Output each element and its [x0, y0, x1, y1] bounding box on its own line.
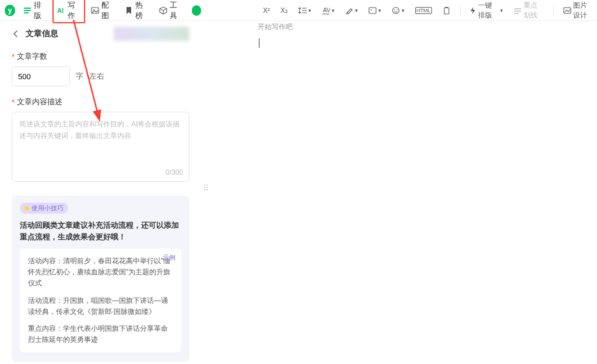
editor-area[interactable]: 开始写作吧: [210, 21, 597, 364]
line-height-button[interactable]: ▾: [295, 5, 315, 16]
layout-icon: [23, 6, 31, 15]
editor-toolbar: X² X₂ ▾ AV▾ ▾ ▾ ▾ HTML 一键排版▾ 重点划线 图片设计: [259, 0, 597, 22]
topbar: y 排版 AI 写作 配图 热榜: [0, 0, 597, 21]
tips-tag: 使用小技巧: [20, 203, 68, 214]
svg-rect-14: [514, 8, 521, 9]
description-counter: 0/300: [166, 168, 183, 176]
subscript-button[interactable]: X₂: [277, 5, 292, 16]
wordcount-input[interactable]: [12, 66, 70, 86]
sidebar: 文章信息 * 文章字数 字 左右 * 文章内容描述 简述该文章的主旨内容和写作目…: [0, 21, 201, 364]
svg-rect-15: [514, 10, 521, 12]
editor-body[interactable]: [259, 38, 597, 48]
wordcount-label: * 文章字数: [12, 51, 189, 62]
svg-rect-7: [369, 8, 376, 13]
paste-icon: [443, 6, 451, 15]
svg-rect-12: [444, 8, 449, 14]
back-icon[interactable]: [12, 30, 20, 38]
wordcount-approx: 左右: [89, 71, 104, 82]
svg-rect-0: [24, 8, 31, 9]
description-placeholder: 简述该文章的主旨内容和写作目的，AI将会根据该描述与内容关键词，最终输出文章内容: [19, 118, 182, 142]
bookmark-icon: [125, 6, 133, 15]
nav-hot[interactable]: 热榜: [120, 0, 153, 23]
resize-handle[interactable]: ⠿: [201, 181, 209, 196]
image-icon: [91, 6, 99, 15]
nav-image[interactable]: 配图: [86, 0, 119, 23]
nav-tools[interactable]: 工具: [154, 0, 187, 23]
paste-button[interactable]: [439, 5, 454, 16]
example-card: 示例 活动内容：清明前夕，春田花花高中举行以"缅怀先烈忆初心，赓续血脉志爱国"为…: [20, 249, 181, 352]
example-line: 活动内容：清明前夕，春田花花高中举行以"缅怀先烈忆初心，赓续血脉志爱国"为主题的…: [28, 256, 173, 289]
nav-label: 写作: [68, 0, 80, 21]
nav-write[interactable]: AI 写作: [52, 0, 85, 23]
html-button[interactable]: HTML: [412, 5, 436, 16]
editor-placeholder: 开始写作吧: [258, 22, 597, 32]
highlight-icon: [514, 6, 522, 15]
example-line: 重点内容：学生代表小明国旗下讲话分享革命烈士陈延年的英勇事迹: [28, 323, 173, 345]
ai-write-icon: AI: [57, 6, 65, 15]
description-textarea[interactable]: 简述该文章的主旨内容和写作目的，AI将会根据该描述与内容关键词，最终输出文章内容…: [12, 112, 189, 182]
nav-left: y 排版 AI 写作 配图 热榜: [0, 0, 201, 23]
svg-rect-2: [24, 12, 29, 13]
brush-icon: [345, 6, 353, 15]
nav-label: 热榜: [135, 0, 148, 21]
line-height-icon: [298, 6, 307, 15]
nav-label: 配图: [101, 0, 114, 21]
letter-spacing-icon: AV: [322, 6, 330, 15]
description-label: * 文章内容描述: [12, 97, 189, 107]
example-line: 活动流程：升国旗，唱国歌—国旗下讲话—诵读经典，传承文化《贺新郎·国脉微如缕》: [28, 295, 173, 317]
app-logo[interactable]: y: [5, 5, 15, 16]
svg-point-9: [393, 7, 399, 13]
oneclick-layout-button[interactable]: 一键排版▾: [466, 0, 506, 22]
image-design-button[interactable]: 图片设计: [560, 0, 597, 22]
wordcount-row: 字 左右: [12, 66, 189, 86]
svg-text:AI: AI: [57, 7, 64, 14]
svg-point-11: [396, 9, 398, 10]
design-icon: [563, 6, 571, 15]
nav-label: 工具: [170, 0, 182, 21]
svg-text:AV: AV: [323, 7, 330, 13]
letter-spacing-button[interactable]: AV▾: [318, 5, 338, 16]
example-badge[interactable]: 示例: [163, 253, 175, 262]
tips-card: 使用小技巧 活动回顾类文章建议补充活动流程，还可以添加重点流程，生成效果会更好哦…: [12, 196, 189, 362]
emoji-button[interactable]: ▾: [388, 5, 408, 16]
svg-rect-13: [445, 7, 448, 8]
svg-point-8: [371, 9, 372, 10]
nav-layout[interactable]: 排版: [19, 0, 51, 23]
insert-image-icon: [368, 6, 377, 15]
insert-image-button[interactable]: ▾: [365, 5, 385, 16]
style-brush-button[interactable]: ▾: [342, 5, 361, 16]
divider: [460, 5, 461, 16]
emoji-icon: [392, 6, 400, 15]
blurred-content: [114, 27, 189, 41]
superscript-button[interactable]: X²: [259, 5, 273, 16]
section-header: 文章信息: [12, 27, 189, 41]
status-dot[interactable]: [192, 5, 201, 16]
nav-label: 排版: [34, 0, 47, 21]
text-cursor: [259, 38, 259, 48]
lightning-icon: [469, 6, 476, 15]
page-title: 文章信息: [26, 29, 58, 39]
cube-icon: [159, 6, 167, 15]
tips-title: 活动回顾类文章建议补充活动流程，还可以添加重点流程，生成效果会更好哦！: [20, 220, 181, 243]
html-icon: HTML: [415, 7, 432, 14]
svg-rect-1: [24, 10, 31, 11]
highlight-button[interactable]: 重点划线: [510, 0, 547, 22]
divider: [553, 5, 554, 16]
svg-rect-16: [514, 13, 519, 14]
wordcount-unit: 字: [76, 71, 83, 82]
svg-point-10: [394, 9, 395, 10]
